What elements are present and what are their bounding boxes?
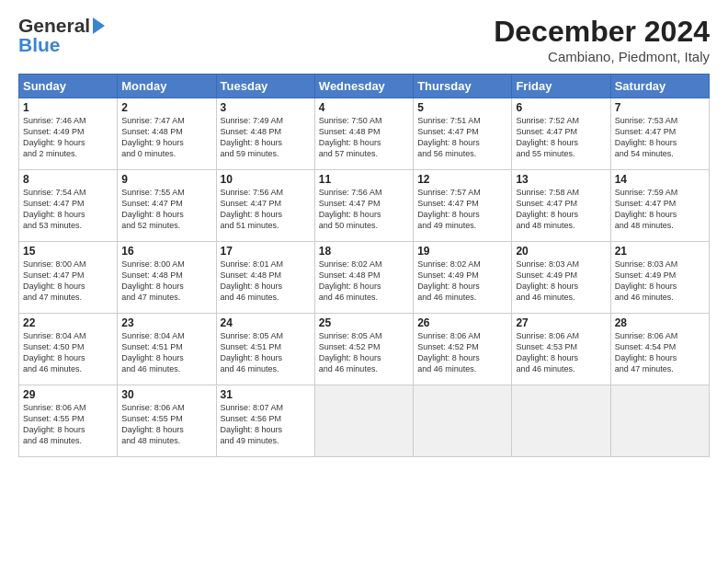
day-number: 20 [516,245,606,258]
day-number: 2 [121,101,211,114]
calendar-cell: 7Sunrise: 7:53 AM Sunset: 4:47 PM Daylig… [610,98,709,170]
day-number: 8 [23,173,113,186]
day-number: 1 [23,101,113,114]
day-number: 24 [221,316,311,329]
calendar-cell: 1Sunrise: 7:46 AM Sunset: 4:49 PM Daylig… [19,98,118,170]
calendar-cell: 17Sunrise: 8:01 AM Sunset: 4:48 PM Dayli… [216,242,314,314]
calendar-cell [314,385,413,457]
calendar-cell: 10Sunrise: 7:56 AM Sunset: 4:47 PM Dayli… [216,170,314,242]
day-number: 19 [417,245,507,258]
calendar-cell: 6Sunrise: 7:52 AM Sunset: 4:47 PM Daylig… [512,98,610,170]
day-info: Sunrise: 7:47 AM Sunset: 4:48 PM Dayligh… [121,115,211,160]
day-info: Sunrise: 8:07 AM Sunset: 4:56 PM Dayligh… [221,402,311,447]
day-number: 6 [516,101,606,114]
day-info: Sunrise: 8:01 AM Sunset: 4:48 PM Dayligh… [221,259,311,304]
day-number: 3 [221,101,311,114]
day-info: Sunrise: 7:50 AM Sunset: 4:48 PM Dayligh… [319,115,409,160]
day-info: Sunrise: 8:06 AM Sunset: 4:55 PM Dayligh… [121,402,211,447]
day-number: 5 [417,101,507,114]
day-number: 29 [23,388,113,401]
day-number: 16 [121,245,211,258]
calendar-cell [610,385,709,457]
calendar-cell: 26Sunrise: 8:06 AM Sunset: 4:52 PM Dayli… [414,314,512,385]
week-row-2: 8Sunrise: 7:54 AM Sunset: 4:47 PM Daylig… [19,170,710,242]
calendar-table: SundayMondayTuesdayWednesdayThursdayFrid… [18,74,710,457]
col-header-saturday: Saturday [610,75,709,98]
day-number: 4 [319,101,409,114]
calendar-cell: 4Sunrise: 7:50 AM Sunset: 4:48 PM Daylig… [314,98,413,170]
day-info: Sunrise: 7:52 AM Sunset: 4:47 PM Dayligh… [516,115,606,160]
day-number: 25 [319,316,409,329]
week-row-1: 1Sunrise: 7:46 AM Sunset: 4:49 PM Daylig… [19,98,710,170]
week-row-3: 15Sunrise: 8:00 AM Sunset: 4:47 PM Dayli… [19,242,710,314]
calendar-cell: 15Sunrise: 8:00 AM Sunset: 4:47 PM Dayli… [19,242,118,314]
calendar-cell: 2Sunrise: 7:47 AM Sunset: 4:48 PM Daylig… [118,98,216,170]
day-info: Sunrise: 8:05 AM Sunset: 4:51 PM Dayligh… [221,330,311,375]
calendar-cell: 5Sunrise: 7:51 AM Sunset: 4:47 PM Daylig… [414,98,512,170]
day-info: Sunrise: 7:53 AM Sunset: 4:47 PM Dayligh… [615,115,705,160]
day-info: Sunrise: 7:58 AM Sunset: 4:47 PM Dayligh… [516,187,606,232]
calendar-cell: 24Sunrise: 8:05 AM Sunset: 4:51 PM Dayli… [216,314,314,385]
calendar-cell [512,385,610,457]
day-info: Sunrise: 8:03 AM Sunset: 4:49 PM Dayligh… [516,259,606,304]
title-block: December 2024 Cambiano, Piedmont, Italy [494,15,710,64]
day-number: 17 [221,245,311,258]
day-info: Sunrise: 7:57 AM Sunset: 4:47 PM Dayligh… [417,187,507,232]
day-number: 15 [23,245,113,258]
location: Cambiano, Piedmont, Italy [494,49,710,64]
calendar-cell: 11Sunrise: 7:56 AM Sunset: 4:47 PM Dayli… [314,170,413,242]
calendar-cell: 8Sunrise: 7:54 AM Sunset: 4:47 PM Daylig… [19,170,118,242]
day-info: Sunrise: 7:46 AM Sunset: 4:49 PM Dayligh… [23,115,113,160]
logo: General Blue [18,15,105,56]
day-info: Sunrise: 8:00 AM Sunset: 4:48 PM Dayligh… [121,259,211,304]
col-header-wednesday: Wednesday [314,75,413,98]
day-number: 10 [221,173,311,186]
month-title: December 2024 [494,15,710,49]
day-number: 9 [121,173,211,186]
week-row-5: 29Sunrise: 8:06 AM Sunset: 4:55 PM Dayli… [19,385,710,457]
day-info: Sunrise: 8:05 AM Sunset: 4:52 PM Dayligh… [319,330,409,375]
header: General Blue December 2024 Cambiano, Pie… [18,15,710,64]
calendar-cell: 19Sunrise: 8:02 AM Sunset: 4:49 PM Dayli… [414,242,512,314]
day-number: 23 [121,316,211,329]
day-info: Sunrise: 7:59 AM Sunset: 4:47 PM Dayligh… [615,187,705,232]
day-info: Sunrise: 7:56 AM Sunset: 4:47 PM Dayligh… [221,187,311,232]
day-number: 26 [417,316,507,329]
logo-blue: Blue [18,34,105,56]
day-number: 21 [615,245,705,258]
day-number: 30 [121,388,211,401]
logo-arrow-icon [93,17,105,34]
calendar-cell: 25Sunrise: 8:05 AM Sunset: 4:52 PM Dayli… [314,314,413,385]
calendar-cell: 22Sunrise: 8:04 AM Sunset: 4:50 PM Dayli… [19,314,118,385]
day-info: Sunrise: 7:54 AM Sunset: 4:47 PM Dayligh… [23,187,113,232]
header-row: SundayMondayTuesdayWednesdayThursdayFrid… [19,75,710,98]
calendar-cell: 23Sunrise: 8:04 AM Sunset: 4:51 PM Dayli… [118,314,216,385]
calendar-cell: 31Sunrise: 8:07 AM Sunset: 4:56 PM Dayli… [216,385,314,457]
col-header-thursday: Thursday [414,75,512,98]
calendar-cell: 12Sunrise: 7:57 AM Sunset: 4:47 PM Dayli… [414,170,512,242]
day-info: Sunrise: 8:06 AM Sunset: 4:54 PM Dayligh… [615,330,705,375]
day-info: Sunrise: 7:49 AM Sunset: 4:48 PM Dayligh… [221,115,311,160]
day-info: Sunrise: 8:04 AM Sunset: 4:50 PM Dayligh… [23,330,113,375]
page: General Blue December 2024 Cambiano, Pie… [0,0,728,466]
calendar-cell: 21Sunrise: 8:03 AM Sunset: 4:49 PM Dayli… [610,242,709,314]
calendar-cell: 3Sunrise: 7:49 AM Sunset: 4:48 PM Daylig… [216,98,314,170]
calendar-cell: 29Sunrise: 8:06 AM Sunset: 4:55 PM Dayli… [19,385,118,457]
calendar-cell: 20Sunrise: 8:03 AM Sunset: 4:49 PM Dayli… [512,242,610,314]
col-header-sunday: Sunday [19,75,118,98]
calendar-cell: 13Sunrise: 7:58 AM Sunset: 4:47 PM Dayli… [512,170,610,242]
week-row-4: 22Sunrise: 8:04 AM Sunset: 4:50 PM Dayli… [19,314,710,385]
day-number: 18 [319,245,409,258]
calendar-cell: 9Sunrise: 7:55 AM Sunset: 4:47 PM Daylig… [118,170,216,242]
day-number: 11 [319,173,409,186]
day-number: 12 [417,173,507,186]
col-header-friday: Friday [512,75,610,98]
col-header-tuesday: Tuesday [216,75,314,98]
calendar-cell: 27Sunrise: 8:06 AM Sunset: 4:53 PM Dayli… [512,314,610,385]
day-info: Sunrise: 8:02 AM Sunset: 4:49 PM Dayligh… [417,259,507,304]
day-info: Sunrise: 7:55 AM Sunset: 4:47 PM Dayligh… [121,187,211,232]
calendar-cell: 18Sunrise: 8:02 AM Sunset: 4:48 PM Dayli… [314,242,413,314]
calendar-cell [414,385,512,457]
calendar-cell: 28Sunrise: 8:06 AM Sunset: 4:54 PM Dayli… [610,314,709,385]
day-info: Sunrise: 8:03 AM Sunset: 4:49 PM Dayligh… [615,259,705,304]
